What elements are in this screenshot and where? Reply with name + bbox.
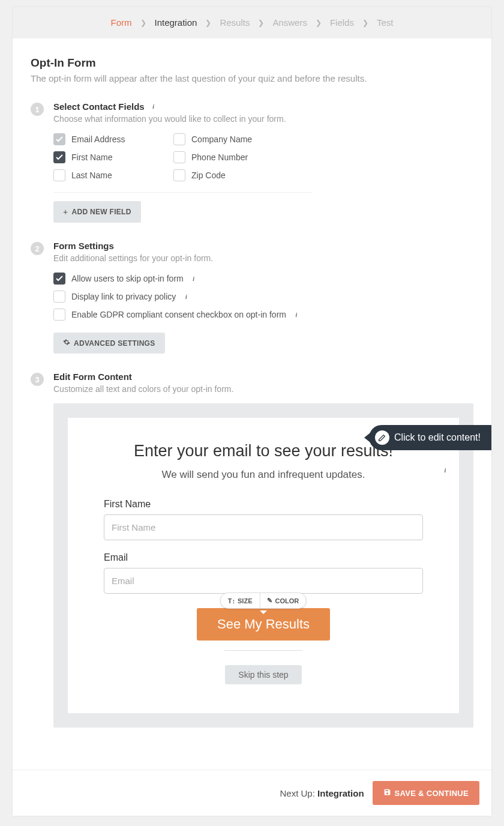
add-new-field-label: ADD NEW FIELD xyxy=(71,208,131,216)
field-label: Company Name xyxy=(191,134,252,144)
page-title: Opt-In Form xyxy=(31,56,473,70)
step-number-1: 1 xyxy=(31,103,44,116)
field-label: Email Address xyxy=(71,134,125,144)
step-3-subtitle: Customize all text and colors of your op… xyxy=(53,384,473,394)
size-label: SIZE xyxy=(238,597,252,604)
info-icon[interactable]: i xyxy=(190,274,198,283)
field-label: Zip Code xyxy=(191,170,226,180)
field-first-name: First Name xyxy=(53,151,161,163)
email-input[interactable] xyxy=(104,568,423,594)
next-up-value: Integration xyxy=(317,788,364,798)
page-container: Form ❯ Integration ❯ Results ❯ Answers ❯… xyxy=(12,6,492,816)
step-number-3: 3 xyxy=(31,373,44,386)
field-company-name: Company Name xyxy=(173,133,281,145)
checkbox-gdpr-consent[interactable] xyxy=(53,309,65,321)
field-label: Phone Number xyxy=(191,152,248,162)
info-icon[interactable]: i xyxy=(292,310,301,319)
field-label: Last Name xyxy=(71,170,112,180)
next-up-prefix: Next Up: xyxy=(280,788,318,798)
preview-field-email: Email xyxy=(104,552,423,594)
preview-area: Enter your email to see your results! We… xyxy=(53,403,473,728)
tab-integration[interactable]: Integration xyxy=(155,17,197,28)
step-2-subtitle: Edit additional settings for your opt-in… xyxy=(53,253,473,263)
skip-wrapper: Skip this step xyxy=(224,650,302,684)
setting-skip-optin: Allow users to skip opt-in form i xyxy=(53,273,473,285)
checkbox-company-name[interactable] xyxy=(173,133,185,145)
step-3-title: Edit Form Content xyxy=(53,372,132,382)
save-continue-label: SAVE & CONTINUE xyxy=(395,789,469,798)
color-label: COLOR xyxy=(275,597,299,604)
plus-icon: + xyxy=(63,207,68,217)
email-label: Email xyxy=(104,552,423,563)
checkbox-skip-optin[interactable] xyxy=(53,273,65,285)
checkbox-last-name[interactable] xyxy=(53,169,65,181)
save-continue-button[interactable]: SAVE & CONTINUE xyxy=(373,781,479,805)
tab-results[interactable]: Results xyxy=(220,17,250,28)
next-up-label: Next Up: Integration xyxy=(280,788,364,798)
chevron-right-icon: ❯ xyxy=(258,19,264,27)
text-height-icon: T↕ xyxy=(228,597,235,604)
size-button[interactable]: T↕ SIZE xyxy=(221,593,260,608)
checkbox-first-name[interactable] xyxy=(53,151,65,163)
breadcrumb-tabs: Form ❯ Integration ❯ Results ❯ Answers ❯… xyxy=(13,7,491,38)
field-email-address: Email Address xyxy=(53,133,161,145)
color-button[interactable]: ✎ COLOR xyxy=(259,593,306,608)
add-new-field-button[interactable]: + ADD NEW FIELD xyxy=(53,201,141,223)
toolbar-arrow-icon xyxy=(260,610,267,614)
edit-content-callout[interactable]: Click to edit content! xyxy=(369,425,491,450)
advanced-settings-label: ADVANCED SETTINGS xyxy=(74,339,155,348)
step-number-2: 2 xyxy=(31,242,44,255)
skip-this-step-button[interactable]: Skip this step xyxy=(225,665,301,684)
step-2-title: Form Settings xyxy=(53,241,114,251)
checkbox-zip-code[interactable] xyxy=(173,169,185,181)
step-3: 3 Edit Form Content Customize all text a… xyxy=(31,372,473,728)
field-label: First Name xyxy=(71,152,112,162)
submit-button-wrap: T↕ SIZE ✎ COLOR See My Results xyxy=(104,608,423,684)
brush-icon: ✎ xyxy=(267,597,272,604)
checkbox-privacy-link[interactable] xyxy=(53,291,65,303)
save-icon xyxy=(383,788,391,798)
footer: Next Up: Integration SAVE & CONTINUE xyxy=(13,770,491,816)
button-toolbar: T↕ SIZE ✎ COLOR xyxy=(220,592,307,609)
gear-icon xyxy=(63,339,70,348)
field-zip-code: Zip Code xyxy=(173,169,281,181)
preview-card[interactable]: Enter your email to see your results! We… xyxy=(68,418,459,713)
checkbox-phone-number[interactable] xyxy=(173,151,185,163)
info-icon[interactable]: i xyxy=(441,466,449,474)
chevron-right-icon: ❯ xyxy=(205,19,211,27)
setting-label: Allow users to skip opt-in form xyxy=(71,274,184,283)
step-1-subtitle: Choose what information you would like t… xyxy=(53,114,473,124)
info-icon[interactable]: i xyxy=(182,292,190,301)
chevron-right-icon: ❯ xyxy=(362,19,368,27)
info-icon[interactable]: i xyxy=(149,103,158,111)
tab-form[interactable]: Form xyxy=(111,17,132,28)
field-phone-number: Phone Number xyxy=(173,151,281,163)
divider xyxy=(53,192,311,193)
callout-text: Click to edit content! xyxy=(394,432,481,443)
field-last-name: Last Name xyxy=(53,169,161,181)
pencil-icon xyxy=(375,430,389,445)
chevron-right-icon: ❯ xyxy=(140,19,146,27)
step-2: 2 Form Settings Edit additional settings… xyxy=(31,241,473,354)
tab-fields[interactable]: Fields xyxy=(330,17,354,28)
page-subtitle: The opt-in form will appear after the la… xyxy=(31,73,473,83)
setting-label: Enable GDPR compliant consent checkbox o… xyxy=(71,310,286,319)
preview-field-first-name: First Name xyxy=(104,499,423,540)
tab-test[interactable]: Test xyxy=(377,17,394,28)
preview-subtitle[interactable]: We will send you fun and infrequent upda… xyxy=(104,469,423,481)
step-1-title: Select Contact Fields xyxy=(53,101,145,112)
first-name-input[interactable] xyxy=(104,514,423,540)
setting-privacy-link: Display link to privacy policy i xyxy=(53,291,473,303)
first-name-label: First Name xyxy=(104,499,423,510)
setting-label: Display link to privacy policy xyxy=(71,292,176,301)
checkbox-email-address[interactable] xyxy=(53,133,65,145)
step-1: 1 Select Contact Fields i Choose what in… xyxy=(31,101,473,223)
chevron-right-icon: ❯ xyxy=(316,19,322,27)
preview-wrapper: Enter your email to see your results! We… xyxy=(53,403,473,728)
main-content: Opt-In Form The opt-in form will appear … xyxy=(13,38,491,770)
setting-gdpr-consent: Enable GDPR compliant consent checkbox o… xyxy=(53,309,473,321)
advanced-settings-button[interactable]: ADVANCED SETTINGS xyxy=(53,333,165,354)
tab-answers[interactable]: Answers xyxy=(272,17,307,28)
